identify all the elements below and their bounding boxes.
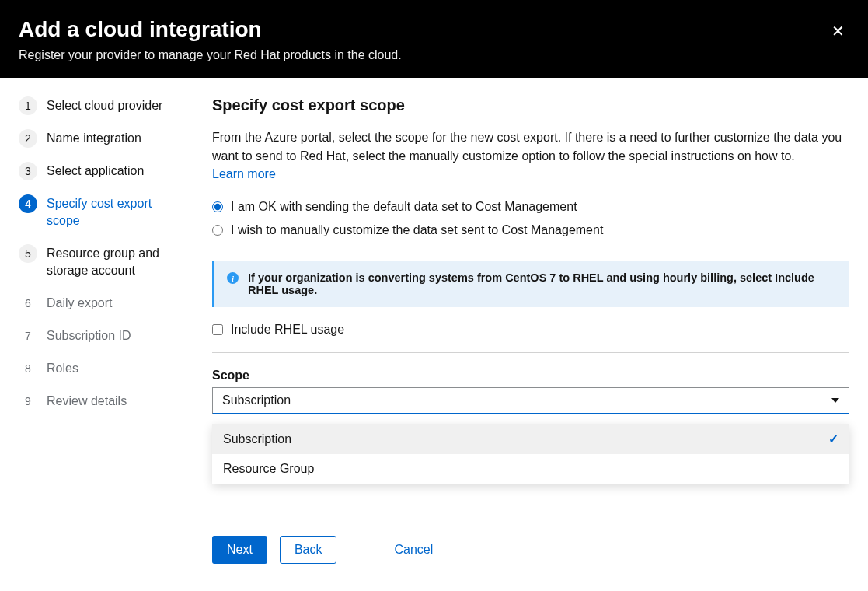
close-button[interactable]: ✕ <box>831 22 845 40</box>
radio-custom-label: I wish to manually customize the data se… <box>231 223 603 237</box>
scope-option-resource-group[interactable]: Resource Group <box>212 454 849 484</box>
cancel-button[interactable]: Cancel <box>380 537 447 563</box>
radio-default-data[interactable]: I am OK with sending the default data se… <box>212 200 849 214</box>
learn-more-link[interactable]: Learn more <box>212 167 849 181</box>
step-number: 1 <box>19 96 37 115</box>
option-label: Resource Group <box>223 462 314 476</box>
radio-default-input[interactable] <box>212 201 223 212</box>
step-number: 8 <box>19 359 37 378</box>
next-button[interactable]: Next <box>212 536 267 564</box>
wizard-step-3[interactable]: 3Select application <box>19 162 180 180</box>
wizard-content: Specify cost export scope From the Azure… <box>193 78 868 582</box>
wizard-steps: 1Select cloud provider2Name integration3… <box>0 78 193 582</box>
wizard-step-7[interactable]: 7Subscription ID <box>19 327 180 345</box>
step-label: Select cloud provider <box>47 96 162 114</box>
radio-default-label: I am OK with sending the default data se… <box>231 200 577 214</box>
wizard-step-4[interactable]: 4Specify cost export scope <box>19 194 180 230</box>
wizard-step-9[interactable]: 9Review details <box>19 392 180 411</box>
info-alert: i If your organization is converting sys… <box>212 261 849 307</box>
step-label: Specify cost export scope <box>47 194 180 230</box>
wizard-step-1[interactable]: 1Select cloud provider <box>19 96 180 115</box>
scope-option-subscription[interactable]: Subscription✓ <box>212 424 849 454</box>
include-rhel-label: Include RHEL usage <box>231 323 344 337</box>
include-rhel-checkbox[interactable]: Include RHEL usage <box>212 323 849 337</box>
step-label: Subscription ID <box>47 327 131 344</box>
step-description: From the Azure portal, select the scope … <box>212 128 849 166</box>
step-number: 4 <box>19 194 37 213</box>
radio-custom-data[interactable]: I wish to manually customize the data se… <box>212 223 849 237</box>
alert-text: If your organization is converting syste… <box>248 271 837 296</box>
step-number: 9 <box>19 392 37 411</box>
divider <box>212 352 849 353</box>
step-label: Select application <box>47 162 144 180</box>
scope-select[interactable]: Subscription Subscription✓Resource Group <box>212 387 849 414</box>
scope-select-toggle[interactable]: Subscription <box>212 387 849 414</box>
dialog-title: Add a cloud integration <box>19 17 849 42</box>
step-number: 7 <box>19 327 37 345</box>
dialog-header: Add a cloud integration Register your pr… <box>0 0 868 78</box>
step-number: 2 <box>19 129 37 148</box>
step-number: 3 <box>19 162 37 180</box>
step-label: Daily export <box>47 294 112 312</box>
step-heading: Specify cost export scope <box>212 96 849 114</box>
wizard-step-8[interactable]: 8Roles <box>19 359 180 378</box>
wizard-step-6[interactable]: 6Daily export <box>19 294 180 313</box>
step-label: Name integration <box>47 129 141 147</box>
wizard-step-5[interactable]: 5Resource group and storage account <box>19 244 180 280</box>
scope-dropdown: Subscription✓Resource Group <box>212 424 849 484</box>
scope-selected-value: Subscription <box>222 393 291 407</box>
step-number: 5 <box>19 244 37 263</box>
wizard-step-2[interactable]: 2Name integration <box>19 129 180 148</box>
caret-down-icon <box>831 398 839 403</box>
wizard-footer: Next Back Cancel <box>212 520 849 564</box>
include-rhel-input[interactable] <box>212 324 223 335</box>
back-button[interactable]: Back <box>280 536 337 564</box>
radio-custom-input[interactable] <box>212 225 223 236</box>
check-icon: ✓ <box>828 432 838 446</box>
scope-label: Scope <box>212 369 849 383</box>
info-icon: i <box>227 272 239 284</box>
step-number: 6 <box>19 294 37 313</box>
option-label: Subscription <box>223 432 291 446</box>
step-label: Resource group and storage account <box>47 244 180 280</box>
dialog-subtitle: Register your provider to manage your Re… <box>19 48 849 62</box>
step-label: Roles <box>47 359 78 377</box>
step-label: Review details <box>47 392 127 410</box>
close-icon: ✕ <box>831 23 845 40</box>
